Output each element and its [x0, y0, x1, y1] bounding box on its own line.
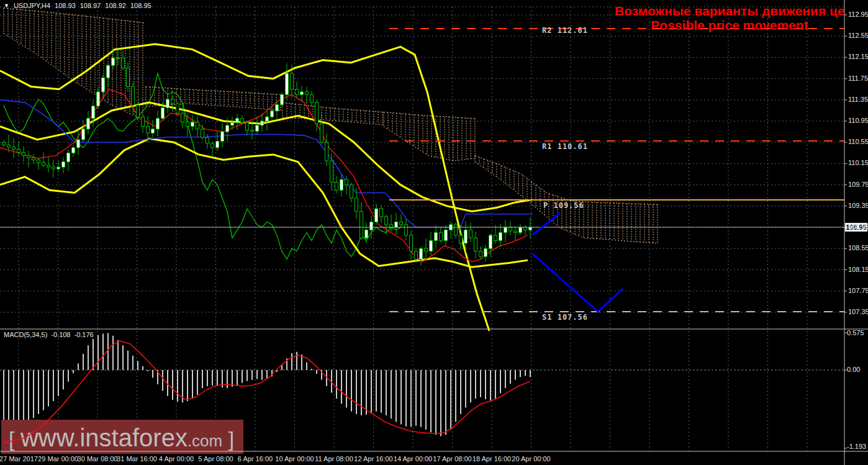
- time-axis-label[interactable]: 17 Apr 08:00: [433, 455, 471, 463]
- macd-name: MACD(5,34,5): [4, 331, 47, 338]
- time-axis-label[interactable]: 29 Mar 00:00: [38, 455, 78, 463]
- candle-body: [221, 132, 224, 141]
- candle-body: [37, 160, 40, 162]
- candle: [509, 221, 512, 235]
- price-axis-label[interactable]: 110.55: [848, 138, 868, 145]
- time-axis-label[interactable]: 31 Mar 16:00: [117, 455, 157, 463]
- candle-body: [499, 233, 502, 241]
- candle-body: [425, 248, 428, 251]
- candle: [474, 232, 477, 258]
- price-axis-label[interactable]: 109.35: [848, 202, 868, 209]
- candle: [156, 111, 160, 137]
- chart-canvas[interactable]: [ www.instaforex.com ]: [0, 0, 868, 465]
- price-axis-label[interactable]: 112.55: [848, 32, 868, 39]
- candle-body: [271, 111, 274, 117]
- candle: [102, 74, 105, 99]
- candle: [57, 161, 60, 172]
- price-axis-label[interactable]: 112.95: [848, 11, 868, 18]
- candle-body: [440, 233, 443, 241]
- time-axis-label[interactable]: 20 Apr 00:00: [512, 455, 550, 463]
- price-axis-label[interactable]: 110.15: [848, 159, 868, 166]
- candle: [340, 174, 343, 196]
- candle-body: [301, 92, 304, 94]
- symbol-dropdown-icon[interactable]: ▼: [4, 2, 9, 9]
- time-axis-label[interactable]: 6 Apr 16:00: [238, 455, 273, 463]
- candle-body: [291, 73, 294, 89]
- candle-body: [52, 167, 55, 169]
- candle: [360, 202, 363, 240]
- candle-body: [122, 58, 125, 68]
- cloud-senkou-a: [4, 8, 146, 23]
- candle: [92, 100, 95, 127]
- candle-body: [102, 78, 105, 92]
- candle-body: [305, 92, 309, 94]
- candle: [519, 224, 522, 235]
- candle-body: [469, 230, 472, 238]
- time-axis-label[interactable]: 4 Apr 00:00: [159, 455, 194, 463]
- candle-body: [142, 117, 145, 127]
- price-axis-label[interactable]: 112.15: [848, 53, 868, 60]
- time-axis-label[interactable]: 11 Apr 08:00: [315, 455, 353, 463]
- candle-body: [22, 153, 25, 156]
- candle-body: [236, 119, 239, 123]
- price-axis-label[interactable]: 108.55: [848, 244, 868, 251]
- price-axis-label[interactable]: 107.75: [848, 287, 868, 294]
- time-axis-label[interactable]: 12 Apr 16:00: [354, 455, 392, 463]
- candle-body: [330, 161, 333, 182]
- candle-body: [524, 227, 527, 230]
- candle: [305, 87, 309, 104]
- price-axis-label[interactable]: 110.95: [848, 117, 868, 124]
- candle: [62, 157, 65, 174]
- candle-body: [57, 167, 60, 169]
- time-axis-label[interactable]: 30 Mar 08:00: [78, 455, 118, 463]
- candle-body: [166, 99, 170, 108]
- candle: [186, 114, 189, 136]
- candle-body: [77, 140, 80, 148]
- ohlc-close: 108.95: [130, 2, 151, 9]
- pivot-level-label: S1 107.56: [542, 313, 588, 322]
- price-axis-label[interactable]: 109.75: [848, 181, 868, 188]
- candle-body: [310, 94, 314, 102]
- candle-body: [112, 58, 115, 65]
- price-axis-label[interactable]: 111.35: [848, 96, 868, 103]
- candle-body: [281, 94, 284, 104]
- price-axis-label[interactable]: 107.35: [848, 308, 868, 315]
- price-axis-label[interactable]: 108.95: [848, 223, 868, 230]
- candle: [171, 96, 174, 112]
- macd-indicator-label: MACD(5,34,5) -0.108 -0.176: [4, 331, 94, 338]
- candle-body: [464, 230, 468, 243]
- macd-axis-bottom: -1.193: [847, 443, 866, 450]
- time-axis-label[interactable]: 5 Apr 08:00: [198, 455, 233, 463]
- candle-body: [350, 185, 353, 198]
- candle: [301, 86, 304, 101]
- candle: [350, 183, 353, 202]
- pivot-level-label: P 109.56: [543, 201, 584, 210]
- candle: [380, 205, 383, 223]
- candle-body: [395, 222, 398, 228]
- price-axis-label[interactable]: 108.15: [848, 266, 868, 273]
- candle-body: [186, 122, 189, 127]
- candle: [524, 225, 527, 235]
- candle-body: [32, 158, 35, 160]
- candle-body: [360, 211, 363, 238]
- bollinger-upper-line: [0, 44, 489, 331]
- candle-body: [137, 105, 140, 117]
- candle-body: [246, 123, 249, 130]
- candle-body: [335, 182, 338, 190]
- candle-body: [365, 230, 368, 238]
- candle-body: [420, 248, 423, 259]
- candle-body: [474, 238, 477, 251]
- candle-body: [151, 129, 155, 133]
- macd-signal-value: -0.176: [75, 331, 94, 338]
- time-axis-label[interactable]: 27 Mar 2017: [0, 455, 38, 463]
- time-axis-label[interactable]: 10 Apr 00:00: [275, 455, 314, 463]
- candle-body: [226, 125, 229, 132]
- price-axis-label[interactable]: 111.75: [848, 74, 868, 82]
- time-axis-label[interactable]: 18 Apr 16:00: [472, 455, 511, 463]
- time-axis-label[interactable]: 14 Apr 00:00: [394, 455, 432, 463]
- price-projection-line: [533, 254, 623, 312]
- candle: [52, 160, 55, 178]
- candle: [504, 220, 507, 242]
- candle-body: [241, 119, 244, 123]
- candle: [375, 204, 378, 225]
